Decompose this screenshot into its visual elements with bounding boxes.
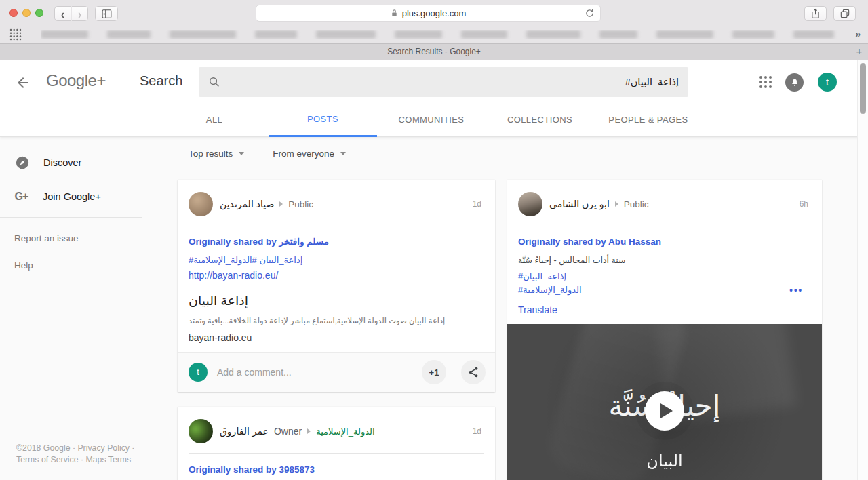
post-hashtag[interactable]: #الدولة_الإسلامية — [518, 284, 582, 296]
post-visibility: Public — [624, 199, 649, 209]
audience-filter-dropdown[interactable]: From everyone — [273, 148, 346, 159]
community-link[interactable]: الدولة_الإسلامية — [316, 426, 374, 437]
tab-communities[interactable]: COMMUNITIES — [377, 103, 486, 137]
search-result-tabs: ALL POSTS COMMUNITIES COLLECTIONS PEOPLE… — [0, 103, 868, 137]
notifications-button[interactable] — [785, 73, 804, 92]
tab-all[interactable]: ALL — [160, 103, 269, 137]
link-preview-description: إذاعة البيان صوت الدولة الإسلامية,استماع… — [189, 316, 484, 325]
search-bar — [199, 67, 688, 97]
bookmarks-overflow-button[interactable]: » — [855, 28, 860, 39]
bookmark-item[interactable] — [599, 30, 637, 39]
tab-posts[interactable]: POSTS — [269, 103, 377, 137]
video-thumbnail[interactable]: إحياءُ سُنَّة البيان — [507, 324, 822, 480]
scrollbar-thumb[interactable] — [860, 63, 866, 114]
translate-link[interactable]: Translate — [518, 304, 811, 315]
originally-shared-by[interactable]: Originally shared by Abu Hassan — [518, 237, 811, 247]
browser-titlebar: ‹ › plus.google.com — [0, 0, 868, 26]
bookmark-item[interactable] — [41, 30, 88, 39]
gplus-logo[interactable]: Google+ — [46, 71, 106, 90]
bookmark-item[interactable] — [316, 30, 376, 39]
footer-line[interactable]: Terms of Service · Maps Terms — [16, 454, 134, 466]
sort-filter-dropdown[interactable]: Top results — [189, 148, 244, 159]
bookmark-item[interactable] — [107, 30, 151, 39]
comment-bar: t Add a comment... +1 — [178, 352, 495, 392]
sidebar-item-label: Join Google+ — [43, 191, 101, 202]
browser-tab-title[interactable]: Search Results - Google+ — [0, 47, 868, 56]
author-avatar[interactable] — [189, 192, 213, 216]
redacted-bookmarks — [41, 30, 841, 39]
tab-overview-button[interactable] — [833, 6, 856, 21]
link-preview-title[interactable]: إذاعة البيان — [189, 294, 484, 308]
post-header: ابو يزن الشامي Public 6h — [507, 180, 822, 216]
back-button[interactable] — [15, 75, 31, 91]
address-bar[interactable]: plus.google.com — [256, 5, 601, 22]
account-avatar[interactable]: t — [818, 73, 837, 92]
bookmark-item[interactable] — [255, 30, 297, 39]
grid-dots-icon — [9, 28, 22, 41]
bookmark-item[interactable] — [170, 30, 236, 39]
bookmark-item[interactable] — [732, 30, 774, 39]
audience-filter-label: From everyone — [273, 148, 334, 159]
sidebar-item-discover[interactable]: Discover — [15, 155, 81, 170]
post-link-url[interactable]: http://bayan-radio.eu/ — [189, 269, 484, 281]
apps-grid-button[interactable] — [757, 74, 774, 90]
caret-down-icon — [340, 152, 346, 155]
refresh-button[interactable] — [585, 8, 595, 21]
result-filters: Top results From everyone — [189, 148, 346, 159]
url-text: plus.google.com — [402, 8, 467, 18]
bookmark-item[interactable] — [526, 30, 580, 39]
new-tab-button[interactable]: + — [850, 44, 868, 60]
post-timestamp: 1d — [473, 426, 481, 436]
more-options-button[interactable]: ••• — [789, 285, 803, 295]
compass-icon — [15, 155, 30, 170]
browser-back-button[interactable]: ‹ — [54, 6, 71, 21]
post-hashtag[interactable]: #إذاعة_البيان — [518, 271, 811, 282]
link-preview-domain: bayan-radio.eu — [189, 332, 484, 343]
author-avatar[interactable] — [189, 419, 213, 443]
sidebar-toggle-button[interactable] — [95, 6, 118, 21]
bookmark-item[interactable] — [461, 30, 507, 39]
footer-line[interactable]: ©2018 Google · Privacy Policy · — [16, 443, 134, 454]
plus-one-button[interactable]: +1 — [422, 360, 446, 384]
author-name[interactable]: عمر الفاروق — [220, 426, 269, 437]
help-link[interactable]: Help — [14, 260, 33, 271]
report-issue-link[interactable]: Report an issue — [14, 233, 79, 243]
tab-people-pages[interactable]: PEOPLE & PAGES — [594, 103, 703, 137]
header-divider — [123, 69, 123, 94]
sort-filter-label: Top results — [189, 148, 233, 159]
author-name[interactable]: ابو يزن الشامي — [549, 199, 610, 209]
tab-collections[interactable]: COLLECTIONS — [486, 103, 594, 137]
author-avatar[interactable] — [518, 192, 542, 216]
post-timestamp: 6h — [800, 199, 808, 209]
sidebar-item-label: Discover — [43, 157, 81, 168]
play-button[interactable] — [645, 391, 684, 431]
chevron-right-icon — [615, 201, 618, 207]
add-comment-field[interactable]: Add a comment... — [217, 367, 292, 378]
sidebar-item-join[interactable]: G+ Join Google+ — [14, 191, 101, 203]
bookmarks-grid-icon[interactable] — [9, 28, 22, 44]
bookmarks-bar: » — [0, 26, 868, 43]
minimize-window-button[interactable] — [22, 9, 31, 17]
originally-shared-by[interactable]: Originally shared by مسلم وافتخر — [189, 237, 484, 247]
lock-icon — [391, 9, 398, 18]
apps-grid-icon — [757, 74, 774, 90]
share-post-button[interactable] — [461, 360, 486, 384]
post-hashtags[interactable]: #إذاعة_البيان #الدولة_الإسلامية — [189, 254, 484, 266]
originally-shared-by[interactable]: Originally shared by 3985873 — [178, 454, 495, 475]
page-scrollbar[interactable] — [857, 60, 868, 480]
post-text: سنة أداب المجالس - إحياءُ سُنَّة — [518, 255, 811, 266]
zoom-window-button[interactable] — [35, 9, 43, 17]
chevron-right-icon: › — [78, 7, 81, 20]
browser-forward-button[interactable]: › — [72, 6, 88, 21]
author-name[interactable]: صياد المرتدين — [220, 199, 274, 209]
search-input[interactable] — [226, 67, 688, 97]
chevron-right-icon — [279, 201, 283, 207]
bookmark-item[interactable] — [656, 30, 713, 39]
bookmark-item[interactable] — [395, 30, 442, 39]
post-timestamp: 1d — [473, 199, 481, 209]
share-page-button[interactable] — [804, 6, 827, 21]
post-card: صياد المرتدين Public 1d Originally share… — [178, 180, 495, 392]
chevron-right-icon — [307, 428, 311, 434]
close-window-button[interactable] — [9, 9, 18, 17]
bookmark-item[interactable] — [793, 30, 834, 39]
